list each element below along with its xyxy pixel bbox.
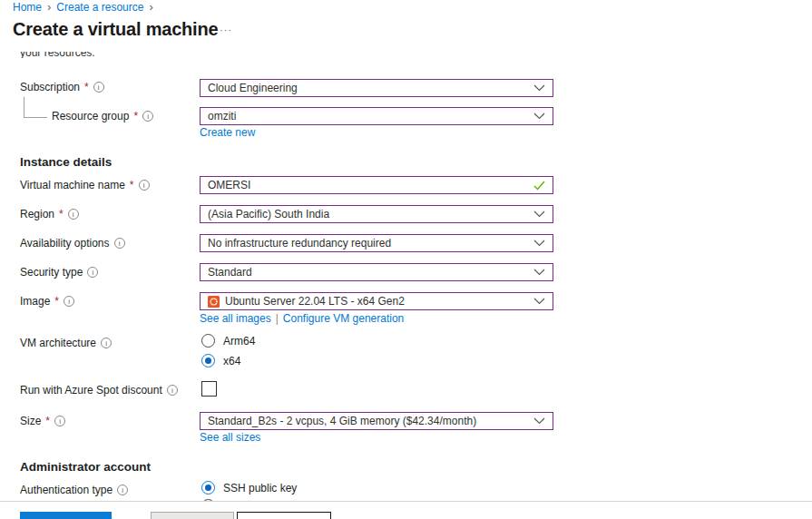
footer-bar: [0, 501, 812, 519]
resource-group-label: Resource group * i: [52, 110, 153, 122]
info-icon[interactable]: i: [68, 209, 79, 220]
footer-primary-button[interactable]: [20, 512, 112, 519]
chevron-down-icon: [533, 211, 545, 218]
image-links: See all images | Configure VM generation: [200, 312, 404, 325]
security-type-label: Security type i: [20, 266, 98, 279]
chevron-down-icon: [533, 417, 545, 425]
security-type-select[interactable]: Standard: [200, 263, 553, 281]
see-all-images-link[interactable]: See all images: [200, 312, 271, 325]
info-icon[interactable]: i: [167, 385, 178, 396]
image-label: Image * i: [20, 295, 74, 308]
size-label: Size * i: [20, 415, 65, 427]
footer-next-button[interactable]: [237, 512, 331, 519]
radio-selected-icon: [201, 354, 215, 367]
vm-name-input[interactable]: [200, 176, 553, 194]
breadcrumb: Home › Create a resource ›: [13, 1, 153, 14]
info-icon[interactable]: i: [54, 416, 65, 426]
arch-radio-x64[interactable]: x64: [201, 354, 240, 367]
resource-group-connector-line: [24, 97, 47, 118]
link-separator: |: [276, 312, 279, 325]
region-select[interactable]: (Asia Pacific) South India: [200, 205, 553, 223]
instance-details-heading: Instance details: [20, 155, 112, 169]
radio-selected-icon: [201, 481, 215, 495]
chevron-down-icon: [533, 240, 545, 247]
chevron-down-icon: [533, 84, 545, 92]
chevron-down-icon: [533, 269, 545, 276]
breadcrumb-separator-icon: ›: [149, 2, 152, 13]
info-icon[interactable]: i: [87, 267, 98, 278]
size-select[interactable]: Standard_B2s - 2 vcpus, 4 GiB memory ($4…: [200, 412, 553, 430]
footer-previous-button[interactable]: [151, 512, 234, 519]
clipped-description-text: your resources.: [20, 52, 95, 58]
chevron-down-icon: [533, 298, 545, 305]
availability-options-select[interactable]: No infrastructure redundancy required: [200, 234, 553, 252]
breadcrumb-create-resource-link[interactable]: Create a resource: [56, 1, 143, 14]
required-asterisk: *: [45, 415, 50, 427]
azure-spot-checkbox[interactable]: [201, 381, 217, 397]
arch-radio-arm64[interactable]: Arm64: [201, 334, 255, 348]
info-icon[interactable]: i: [139, 180, 150, 191]
subscription-label: Subscription * i: [20, 81, 104, 93]
breadcrumb-home-link[interactable]: Home: [13, 1, 42, 14]
info-icon[interactable]: i: [101, 338, 112, 348]
info-icon[interactable]: i: [93, 82, 104, 93]
vm-architecture-label: VM architecture i: [20, 337, 112, 349]
azure-spot-label: Run with Azure Spot discount i: [20, 384, 178, 397]
required-asterisk: *: [130, 179, 134, 191]
breadcrumb-separator-icon: ›: [47, 2, 51, 13]
configure-vm-generation-link[interactable]: Configure VM generation: [283, 312, 404, 325]
resource-group-select[interactable]: omziti: [200, 107, 553, 125]
auth-radio-ssh[interactable]: SSH public key: [201, 481, 297, 495]
required-asterisk: *: [54, 295, 59, 308]
info-icon[interactable]: i: [117, 485, 128, 495]
info-icon[interactable]: i: [142, 111, 153, 122]
valid-check-icon: [533, 181, 545, 191]
chevron-down-icon: [533, 113, 545, 120]
availability-options-label: Availability options i: [20, 237, 125, 250]
see-all-sizes-link[interactable]: See all sizes: [200, 431, 260, 444]
create-new-link[interactable]: Create new: [200, 126, 255, 139]
required-asterisk: *: [133, 110, 138, 122]
administrator-account-heading: Administrator account: [20, 460, 151, 474]
vm-name-label: Virtual machine name * i: [20, 179, 150, 191]
radio-unselected-icon: [201, 334, 215, 348]
subscription-select[interactable]: Cloud Engineering: [200, 79, 553, 97]
info-icon[interactable]: i: [64, 296, 74, 307]
required-asterisk: *: [59, 208, 64, 220]
region-label: Region * i: [20, 208, 79, 220]
info-icon[interactable]: i: [114, 238, 125, 249]
create-vm-page: Home › Create a resource › Create a virt…: [0, 0, 812, 519]
more-menu-icon[interactable]: ···: [220, 24, 232, 35]
page-title: Create a virtual machine: [13, 19, 218, 40]
image-select[interactable]: Ubuntu Server 22.04 LTS - x64 Gen2: [200, 292, 553, 310]
authentication-type-label: Authentication type i: [20, 484, 128, 496]
ubuntu-logo-icon: [208, 296, 220, 308]
required-asterisk: *: [84, 81, 89, 93]
